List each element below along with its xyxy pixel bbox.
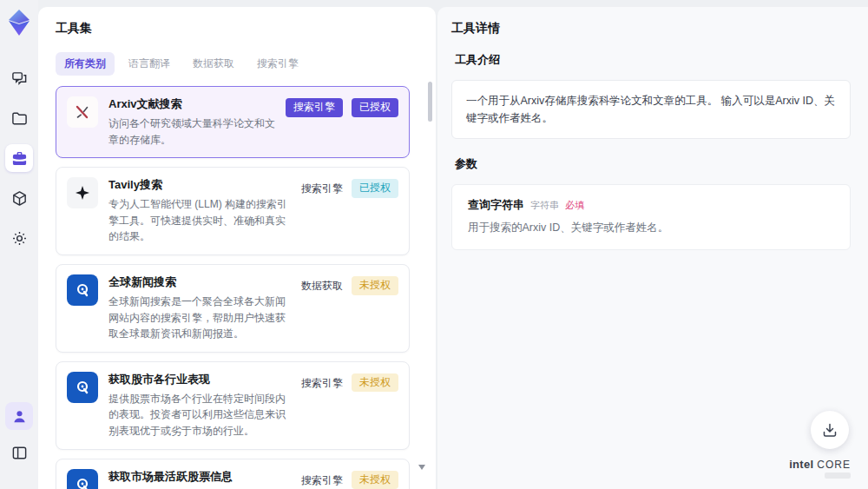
tool-category-badge: 搜索引擎 [301,373,343,393]
list-scrollbar[interactable] [428,75,432,482]
sidebar-item-packages[interactable] [5,184,33,212]
arxiv-logo-icon [67,96,98,128]
sidebar-item-collapse[interactable] [5,439,33,466]
tool-description: 提供股票市场各个行业在特定时间段内的表现。投资者可以利用这些信息来识别表现优于或… [108,391,291,439]
params-section-title: 参数 [455,156,851,172]
category-tabs: 所有类别 语言翻译 数据获取 搜索引擎 [56,52,418,76]
user-icon [11,408,28,425]
tool-detail-panel: 工具详情 工具介绍 一个用于从Arxiv存储库搜索科学论文和文章的工具。 输入可… [437,7,868,489]
parameter-header: 查询字符串 字符串 必填 [468,197,834,213]
parameter-required-badge: 必填 [565,199,584,212]
stock-logo-icon [67,469,98,489]
market-logo-icon [67,372,98,403]
intel-core-logo: intel CORE [789,458,851,479]
toolbox-icon [11,150,28,167]
tool-category-badge: 搜索引擎 [286,98,343,117]
tool-card[interactable]: Tavily搜索 专为人工智能代理 (LLM) 构建的搜索引擎工具。可快速提供实… [56,167,410,255]
tool-auth-badge: 未授权 [352,276,398,295]
cube-icon [11,190,28,207]
parameter-name: 查询字符串 [468,197,524,213]
chat-icon [11,70,28,87]
tool-name: Arxiv文献搜索 [108,96,275,112]
tool-list-panel: 工具集 所有类别 语言翻译 数据获取 搜索引擎 Arxiv文献搜索 访问各个研究… [38,7,436,489]
tool-name: 获取市场最活跃股票信息 [108,469,291,485]
parameter-card: 查询字符串 字符串 必填 用于搜索的Arxiv ID、关键字或作者姓名。 [451,184,851,250]
tool-auth-badge: 已授权 [352,98,398,117]
scrollbar-thumb[interactable] [428,82,432,122]
sidebar-item-chat[interactable] [5,64,33,92]
panel-toggle-icon [11,445,28,461]
globalnews-logo-icon [67,274,98,306]
detail-title: 工具详情 [451,21,851,36]
tool-list: Arxiv文献搜索 访问各个研究领域大量科学论文和文章的存储库。 搜索引擎 已授… [56,86,418,489]
tool-description: 访问各个研究领域大量科学论文和文章的存储库。 [108,116,275,148]
tool-card[interactable]: Arxiv文献搜索 访问各个研究领域大量科学论文和文章的存储库。 搜索引擎 已授… [56,86,410,158]
tool-name: 全球新闻搜索 [108,274,291,290]
sidebar-item-tools[interactable] [5,144,33,172]
main-area: 工具集 所有类别 语言翻译 数据获取 搜索引擎 Arxiv文献搜索 访问各个研究… [38,7,868,489]
tool-description: 全球新闻搜索是一个聚合全球各大新闻网站内容的搜索引擎，帮助用户快速获取全球最新资… [108,294,291,342]
tool-category-badge: 搜索引擎 [301,471,343,489]
gear-icon [11,230,28,247]
intro-section-title: 工具介绍 [455,52,851,68]
tool-auth-badge: 已授权 [352,179,398,198]
download-button[interactable] [811,411,849,449]
download-icon [822,422,838,438]
tool-category-badge: 数据获取 [301,276,343,296]
tool-auth-badge: 未授权 [352,471,398,489]
tool-intro-box: 一个用于从Arxiv存储库搜索科学论文和文章的工具。 输入可以是Arxiv ID… [451,80,851,139]
tool-intro-text: 一个用于从Arxiv存储库搜索科学论文和文章的工具。 输入可以是Arxiv ID… [466,95,835,124]
left-icon-rail [0,0,38,489]
sidebar-item-account[interactable] [5,402,33,430]
tool-category-badge: 搜索引擎 [301,179,343,199]
parameter-description: 用于搜索的Arxiv ID、关键字或作者姓名。 [468,221,834,235]
tool-name: 获取股市各行业表现 [108,372,291,387]
tab-data-acquisition[interactable]: 数据获取 [184,52,243,76]
tavily-star-icon [67,177,98,208]
brand-core-text: CORE [817,459,851,471]
tool-name: Tavily搜索 [108,177,291,193]
brand-intel-text: intel [789,458,813,471]
parameter-type: 字符串 [530,199,559,212]
tool-description: 专为人工智能代理 (LLM) 构建的搜索引擎工具。可快速提供实时、准确和真实的结… [108,196,291,245]
app-logo-icon[interactable] [6,9,32,36]
page-title: 工具集 [56,21,418,36]
sidebar-item-settings[interactable] [5,224,33,252]
scroll-down-icon[interactable] [418,465,425,470]
tool-card[interactable]: 获取股市各行业表现 提供股票市场各个行业在特定时间段内的表现。投资者可以利用这些… [56,361,410,450]
tab-search-engine[interactable]: 搜索引擎 [248,52,307,76]
tool-auth-badge: 未授权 [352,373,398,393]
folder-icon [11,110,28,127]
tab-all-categories[interactable]: 所有类别 [56,52,115,76]
tool-card[interactable]: 全球新闻搜索 全球新闻搜索是一个聚合全球各大新闻网站内容的搜索引擎，帮助用户快速… [56,264,410,353]
brand-ghost-mark [825,472,851,479]
sidebar-item-files[interactable] [5,104,33,132]
tab-language-translation[interactable]: 语言翻译 [120,52,179,76]
tool-card[interactable]: 获取市场最活跃股票信息 提供当天交易量最高的股票列表。投资者可以利用这些信息来识… [56,459,410,489]
